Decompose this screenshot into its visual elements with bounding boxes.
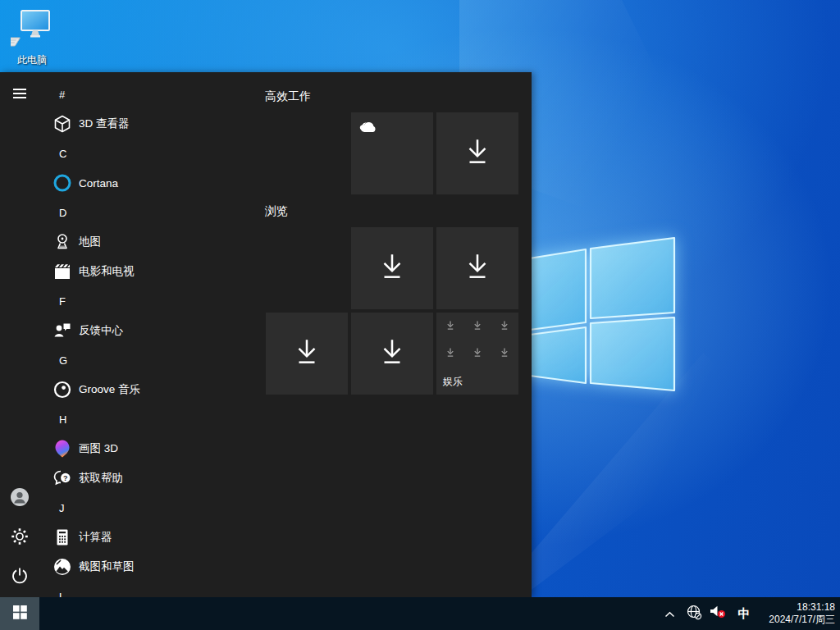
3d-viewer-icon: [52, 114, 72, 134]
app-list-letter-header[interactable]: L: [39, 582, 285, 597]
calculator-icon: [52, 527, 72, 547]
network-status-button[interactable]: [684, 597, 704, 630]
user-icon: [10, 487, 30, 510]
mini-download-arrow-icon: [500, 319, 510, 334]
app-list-item[interactable]: Groove 音乐: [39, 375, 285, 404]
user-account-button[interactable]: [0, 479, 39, 518]
movies-tv-icon: [52, 262, 72, 281]
feedback-hub-icon: [52, 321, 72, 340]
paint-3d-icon: [52, 439, 72, 459]
tile-folder-label: 娱乐: [443, 375, 463, 389]
cortana-icon: [52, 173, 72, 193]
desktop: 此电脑: [0, 0, 840, 630]
start-button[interactable]: [0, 597, 39, 630]
tile-area: 高效工作浏览娱乐: [266, 72, 518, 597]
mini-download-arrow-icon: [445, 346, 456, 361]
groove-music-icon: [52, 380, 72, 399]
screen: 此电脑: [0, 0, 840, 630]
app-list: #3D 查看器CCortanaD地图电影和电视F反馈中心GGroove 音乐H画…: [39, 80, 285, 597]
download-arrow-icon: [462, 251, 493, 285]
svg-text:?: ?: [63, 474, 68, 482]
mini-download-arrow-icon: [472, 319, 483, 334]
download-arrow-icon: [377, 336, 408, 371]
snip-sketch-icon: [52, 557, 72, 577]
app-list-item[interactable]: ?获取帮助: [39, 463, 285, 493]
app-label: 计算器: [79, 530, 112, 545]
app-list-item[interactable]: 电影和电视: [39, 257, 285, 286]
tile-group-title[interactable]: 浏览: [265, 204, 288, 219]
this-pc-label: 此电脑: [5, 54, 59, 66]
app-label: 反馈中心: [79, 323, 123, 338]
app-label: 截图和草图: [79, 559, 135, 574]
app-list-letter-header[interactable]: #: [39, 80, 285, 109]
ime-indicator[interactable]: 中: [733, 606, 755, 622]
app-list-item[interactable]: 画图 3D: [39, 434, 285, 463]
app-label: 电影和电视: [79, 264, 135, 279]
app-list-item[interactable]: 计算器: [39, 523, 285, 552]
download-arrow-icon: [462, 136, 493, 171]
clock-time: 18:31:18: [763, 601, 835, 614]
app-list-letter-header[interactable]: F: [39, 286, 285, 316]
globe-no-internet-icon: [687, 605, 702, 623]
windows-start-icon: [13, 605, 27, 622]
onedrive-cloud-icon: [358, 120, 378, 136]
hamburger-icon: [12, 88, 27, 103]
volume-button[interactable]: [709, 597, 728, 630]
this-pc-icon: [11, 38, 53, 52]
show-hidden-icons-button[interactable]: [660, 597, 679, 630]
mini-download-arrow-icon: [445, 319, 456, 334]
chevron-up-icon: [664, 606, 675, 621]
app-list-item[interactable]: 反馈中心: [39, 316, 285, 345]
power-icon: [11, 567, 29, 588]
start-menu: #3D 查看器CCortanaD地图电影和电视F反馈中心GGroove 音乐H画…: [0, 72, 532, 597]
tile-onedrive[interactable]: [351, 112, 433, 194]
app-label: 画图 3D: [79, 441, 118, 456]
app-label: Cortana: [79, 177, 118, 189]
tile-pending-download[interactable]: [436, 227, 518, 309]
mini-download-arrow-icon: [500, 346, 510, 361]
tile-pending-download[interactable]: [266, 313, 348, 395]
download-arrow-icon: [377, 251, 408, 285]
app-list-item[interactable]: Cortana: [39, 168, 285, 198]
mini-download-arrow-icon: [472, 346, 483, 361]
app-label: 3D 查看器: [79, 116, 130, 131]
expand-menu-button[interactable]: [0, 75, 39, 115]
speaker-muted-icon: [710, 605, 728, 623]
tile-pending-download[interactable]: [351, 227, 433, 309]
maps-icon: [52, 232, 72, 252]
app-list-letter-header[interactable]: J: [39, 493, 285, 523]
download-arrow-icon: [291, 336, 322, 371]
app-label: Groove 音乐: [79, 382, 140, 397]
taskbar: 中 18:31:18 2024/7/17/周三: [0, 597, 840, 630]
app-list-item[interactable]: 地图: [39, 227, 285, 257]
tile-folder-entertainment[interactable]: 娱乐: [436, 313, 518, 395]
app-list-letter-header[interactable]: H: [39, 404, 285, 434]
taskbar-clock[interactable]: 18:31:18 2024/7/17/周三: [760, 601, 835, 626]
tile-group-title[interactable]: 高效工作: [265, 89, 311, 104]
tile-pending-download[interactable]: [436, 112, 518, 194]
app-label: 获取帮助: [79, 471, 123, 486]
app-label: 地图: [79, 235, 101, 249]
app-list-item[interactable]: 截图和草图: [39, 552, 285, 582]
start-menu-rail: [0, 72, 39, 597]
desktop-icon-this-pc[interactable]: 此电脑: [5, 8, 59, 66]
tile-pending-download[interactable]: [351, 313, 433, 395]
app-list-item[interactable]: 3D 查看器: [39, 109, 285, 139]
app-list-letter-header[interactable]: C: [39, 139, 285, 168]
app-list-letter-header[interactable]: D: [39, 198, 285, 227]
get-help-icon: ?: [52, 468, 72, 488]
gear-icon: [11, 527, 29, 549]
power-button[interactable]: [0, 558, 39, 597]
system-tray: 中 18:31:18 2024/7/17/周三: [660, 597, 840, 630]
clock-date: 2024/7/17/周三: [763, 614, 835, 626]
settings-button[interactable]: [0, 518, 39, 558]
app-list-letter-header[interactable]: G: [39, 345, 285, 375]
